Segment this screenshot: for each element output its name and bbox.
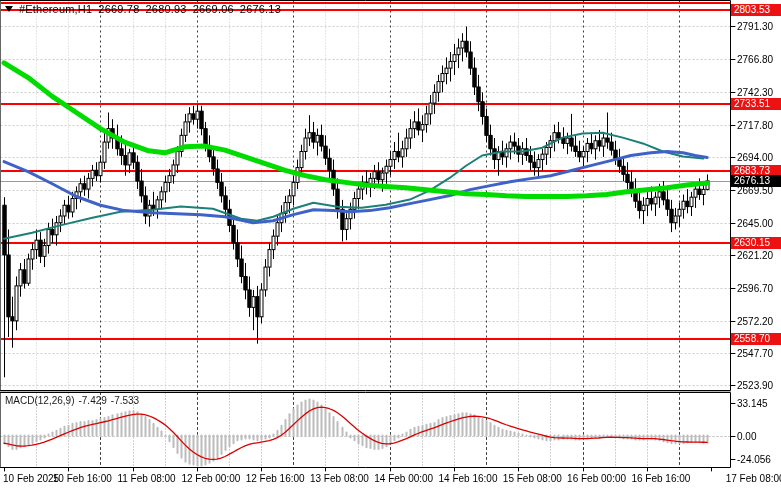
level-badge: 2630.15	[731, 237, 781, 249]
price-tick: 2645.00	[737, 218, 773, 229]
time-tick: 16 Feb 16:00	[631, 473, 690, 484]
price-tick: 2717.80	[737, 120, 773, 131]
price-tick: 2791.30	[737, 21, 773, 32]
ohlc-open: 2669.78	[98, 3, 139, 15]
time-tick: 17 Feb 08:00	[726, 473, 781, 484]
macd-signal-value: -7.533	[111, 395, 139, 406]
symbol-info: #Ethereum,H1 2669.78 2680.93 2669.06 267…	[5, 3, 281, 15]
time-tick: 15 Feb 08:00	[503, 473, 562, 484]
macd-tick: 33.145	[737, 398, 768, 409]
ohlc-low: 2669.06	[193, 3, 234, 15]
level-badge: 2803.53	[731, 4, 781, 16]
time-tick: 10 Feb 16:00	[53, 473, 112, 484]
price-tick: 2742.30	[737, 87, 773, 98]
price-tick: 2694.00	[737, 152, 773, 163]
macd-tick: -24.056	[737, 454, 771, 465]
symbol-marker-icon[interactable]	[5, 6, 13, 12]
symbol-name: #Ethereum,H1	[19, 3, 92, 15]
ohlc-high: 2680.93	[146, 3, 187, 15]
time-tick: 14 Feb 16:00	[439, 473, 498, 484]
macd-name: MACD(12,26,9)	[5, 395, 74, 406]
macd-main-value: -7.429	[78, 395, 106, 406]
time-tick: 10 Feb 2025	[3, 473, 59, 484]
price-tick: 2766.80	[737, 54, 773, 65]
time-tick: 16 Feb 00:00	[567, 473, 626, 484]
chart-window: #Ethereum,H1 2669.78 2680.93 2669.06 267…	[0, 0, 781, 489]
level-badge: 2558.70	[731, 333, 781, 345]
ohlc-close: 2676.13	[240, 3, 281, 15]
current-price-badge: 2676.13	[731, 175, 781, 187]
time-tick: 12 Feb 00:00	[181, 473, 240, 484]
time-tick: 13 Feb 08:00	[310, 473, 369, 484]
macd-tick: 0.00	[737, 431, 756, 442]
time-tick: 12 Feb 16:00	[246, 473, 305, 484]
price-tick: 2596.70	[737, 283, 773, 294]
level-badge: 2733.51	[731, 98, 781, 110]
price-tick: 2621.20	[737, 250, 773, 261]
price-tick: 2547.70	[737, 348, 773, 359]
price-chart-canvas[interactable]	[0, 0, 781, 489]
time-tick: 14 Feb 00:00	[374, 473, 433, 484]
price-tick: 2523.90	[737, 380, 773, 391]
macd-indicator-label: MACD(12,26,9)-7.429-7.533	[5, 395, 143, 406]
time-tick: 11 Feb 08:00	[117, 473, 175, 484]
price-tick: 2572.20	[737, 316, 773, 327]
